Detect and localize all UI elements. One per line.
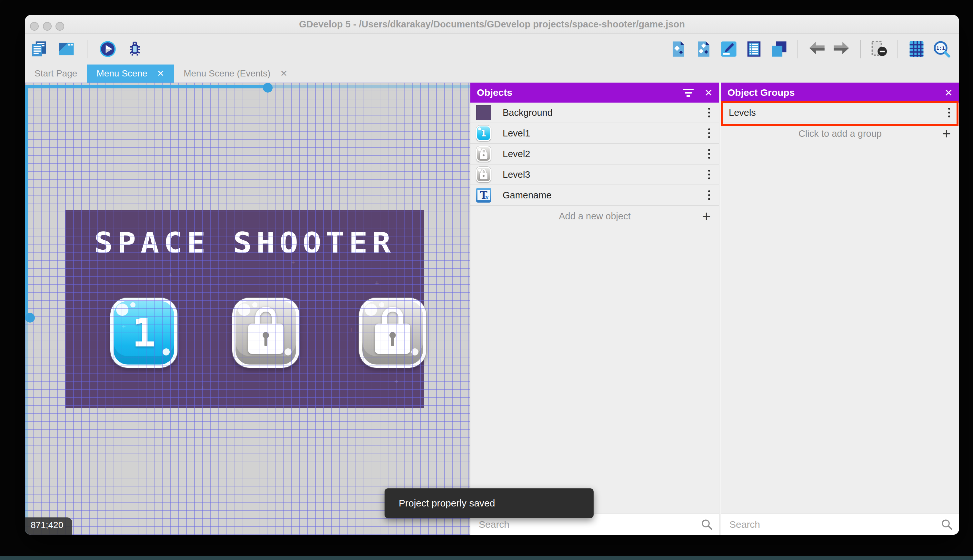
- object-groups-panel-header: Object Groups ✕: [721, 83, 959, 103]
- close-panel-icon[interactable]: ✕: [945, 87, 953, 98]
- edit-scene-properties-icon[interactable]: [720, 40, 738, 58]
- object-row-level1[interactable]: 1 Level1: [470, 123, 719, 144]
- add-objects-icon[interactable]: [694, 40, 713, 58]
- star-decoration: +: [375, 279, 379, 287]
- star-decoration: +: [291, 258, 295, 267]
- screen: GDevelop 5 - /Users/dkarakay/Documents/G…: [0, 0, 973, 560]
- locked-button-icon: [476, 146, 491, 162]
- object-menu-kebab-icon[interactable]: [705, 147, 713, 161]
- background-swatch-icon: [476, 105, 491, 120]
- main-content: SPACE SHOOTER + + + + + + + + 1: [25, 83, 959, 535]
- groups-search-input[interactable]: [721, 514, 959, 535]
- object-menu-kebab-icon[interactable]: [705, 127, 713, 140]
- close-tab-icon[interactable]: ✕: [157, 69, 165, 78]
- objects-panel-title: Objects: [477, 87, 683, 98]
- tab-start-page[interactable]: Start Page: [25, 65, 87, 83]
- object-groups-panel: Object Groups ✕ Levels Click to add a gr…: [721, 83, 959, 535]
- main-toolbar: 1:1: [25, 33, 959, 65]
- editor-tabs: Start Page Menu Scene ✕ Menu Scene (Even…: [25, 65, 959, 83]
- tab-label: Menu Scene: [97, 68, 147, 79]
- level-1-button[interactable]: 1: [110, 298, 177, 368]
- star-decoration: +: [201, 384, 205, 392]
- star-decoration: +: [394, 377, 398, 386]
- undo-icon[interactable]: [807, 40, 826, 58]
- close-panel-icon[interactable]: ✕: [705, 87, 713, 98]
- search-icon: [700, 518, 713, 531]
- star-decoration: +: [349, 326, 353, 334]
- star-decoration: +: [168, 271, 173, 279]
- object-groups-panel-title: Object Groups: [728, 87, 934, 98]
- object-label: Background: [503, 107, 705, 118]
- objects-list-icon[interactable]: [745, 40, 763, 58]
- debug-icon[interactable]: [125, 40, 144, 58]
- group-menu-kebab-icon[interactable]: [945, 106, 953, 119]
- object-row-level2[interactable]: Level2: [470, 144, 719, 165]
- object-menu-kebab-icon[interactable]: [705, 168, 713, 181]
- horizontal-scroll-knob[interactable]: [263, 83, 273, 93]
- add-new-object-button[interactable]: Add a new object +: [470, 206, 719, 227]
- cursor-coordinates-badge: 871;420: [25, 517, 72, 535]
- toast-message: Project properly saved: [399, 498, 495, 509]
- object-label: Level3: [503, 169, 705, 180]
- toolbar-right-group: 1:1: [669, 33, 951, 65]
- lock-icon: [248, 307, 283, 355]
- objects-panel-header: Objects ✕: [470, 83, 719, 103]
- object-row-level3[interactable]: Level3: [470, 165, 719, 185]
- add-object-icon[interactable]: [669, 40, 688, 58]
- objects-panel: Objects ✕ Background 1 Level1: [470, 83, 719, 535]
- toolbar-separator: [860, 40, 861, 58]
- project-manager-icon[interactable]: [30, 40, 49, 58]
- horizontal-scroll-indicator[interactable]: [25, 85, 470, 88]
- group-row-levels[interactable]: Levels: [721, 103, 959, 123]
- locked-button-icon: [476, 167, 491, 182]
- tab-menu-scene[interactable]: Menu Scene ✕: [87, 65, 174, 83]
- grid-icon[interactable]: [907, 40, 926, 58]
- save-toast: Project properly saved: [385, 488, 594, 518]
- add-group-button[interactable]: Click to add a group +: [721, 123, 959, 144]
- object-groups-list: Levels Click to add a group +: [721, 103, 959, 144]
- search-icon: [940, 518, 953, 531]
- open-scene-window-icon[interactable]: [57, 40, 76, 58]
- layers-icon[interactable]: [770, 40, 788, 58]
- render-mask-icon[interactable]: [870, 40, 888, 58]
- plus-icon: +: [702, 207, 711, 225]
- scene-title-text: SPACE SHOOTER: [65, 227, 424, 260]
- filter-icon[interactable]: [683, 89, 694, 97]
- toolbar-left-group: [30, 33, 144, 65]
- level-3-locked-button[interactable]: [359, 298, 426, 368]
- vertical-scroll-knob[interactable]: [25, 313, 35, 323]
- preview-play-icon[interactable]: [98, 40, 117, 58]
- tab-menu-scene-events[interactable]: Menu Scene (Events) ✕: [174, 65, 297, 83]
- tab-label: Start Page: [35, 68, 77, 79]
- toolbar-separator: [87, 40, 87, 58]
- gloss-dot: [412, 348, 418, 355]
- add-group-label: Click to add a group: [798, 128, 882, 139]
- object-menu-kebab-icon[interactable]: [705, 106, 713, 119]
- window-title: GDevelop 5 - /Users/dkarakay/Documents/G…: [25, 15, 959, 33]
- object-menu-kebab-icon[interactable]: [705, 188, 713, 202]
- zoom-1-1-icon[interactable]: 1:1: [932, 40, 951, 58]
- toolbar-separator: [798, 40, 798, 58]
- title-bar: GDevelop 5 - /Users/dkarakay/Documents/G…: [25, 15, 959, 33]
- redo-icon[interactable]: [832, 40, 851, 58]
- object-label: Gamename: [503, 190, 705, 201]
- level-2-locked-button[interactable]: [232, 298, 299, 368]
- level-1-button-icon: 1: [476, 125, 491, 141]
- object-row-gamename[interactable]: Tx Gamename: [470, 185, 719, 206]
- svg-text:1:1: 1:1: [936, 45, 945, 51]
- scene-background-image[interactable]: SPACE SHOOTER + + + + + + + + 1: [65, 210, 424, 408]
- star-decoration: +: [236, 307, 240, 315]
- tab-label: Menu Scene (Events): [183, 68, 270, 79]
- gloss-dot: [163, 348, 170, 355]
- objects-list: Background 1 Level1 Level2: [470, 103, 719, 227]
- scene-editor-canvas[interactable]: SPACE SHOOTER + + + + + + + + 1: [25, 83, 470, 535]
- object-row-background[interactable]: Background: [470, 103, 719, 123]
- close-tab-icon[interactable]: ✕: [280, 69, 287, 78]
- object-label: Level1: [503, 128, 705, 139]
- toolbar-separator: [898, 40, 898, 58]
- star-decoration: +: [122, 323, 126, 331]
- lock-icon: [375, 307, 410, 355]
- gloss-dot: [285, 348, 292, 355]
- vertical-scroll-indicator[interactable]: [25, 85, 28, 535]
- gdevelop-window: GDevelop 5 - /Users/dkarakay/Documents/G…: [25, 15, 959, 535]
